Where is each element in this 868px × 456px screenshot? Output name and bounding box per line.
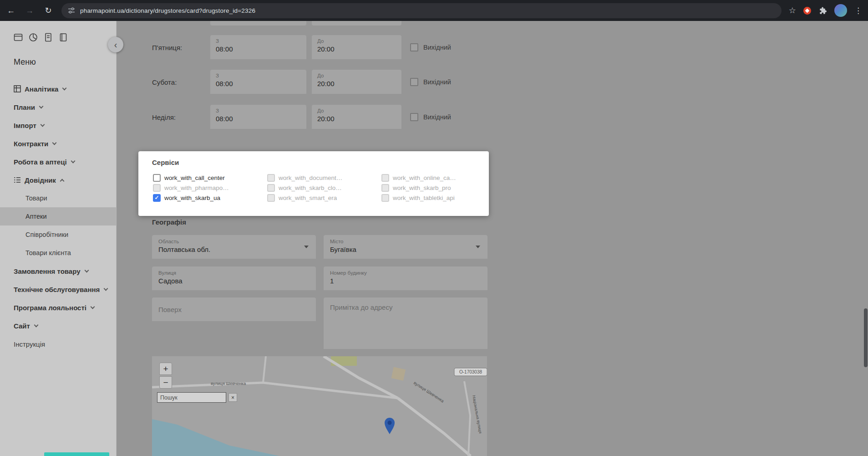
service-label: work_with_skarb_ua — [164, 195, 220, 201]
sidebar: ‹ Меню Аналітика Плани Імпорт Контракти … — [0, 21, 117, 456]
sidebar-subitem-employees[interactable]: Співробітники — [0, 225, 116, 244]
window-icon[interactable] — [14, 33, 23, 42]
checkbox-disabled — [267, 184, 275, 192]
sidebar-item-loyalty[interactable]: Програма лояльності — [0, 298, 116, 317]
service-label: work_with_smart_era — [279, 195, 337, 201]
field-value: 20:00 — [312, 113, 401, 123]
checkbox-unchecked[interactable] — [153, 174, 161, 182]
schedule-row: Субота: З 08:00 До 20:00 Вихідний — [117, 70, 526, 94]
dayoff-control: Вихідний — [410, 113, 451, 121]
menu-title: Меню — [14, 57, 36, 67]
extensions-puzzle-icon[interactable] — [818, 6, 827, 15]
chevron-down-icon — [52, 140, 57, 145]
region-select[interactable]: Область Полтавська обл. — [152, 235, 316, 259]
sidebar-quick-icons — [0, 21, 116, 42]
sidebar-item-label: Сайт — [14, 322, 30, 330]
map-search-close-button[interactable]: × — [228, 393, 237, 402]
time-to-field[interactable]: До 20:00 — [312, 35, 401, 59]
sidebar-item-orders[interactable]: Замовлення товару — [0, 262, 116, 280]
chevron-down-icon — [34, 323, 38, 327]
chevron-left-icon: ‹ — [114, 40, 117, 50]
field-label: Номер будинку — [324, 266, 487, 276]
field-value: 08:00 — [210, 113, 306, 123]
sidebar-item-label: Робота в аптеці — [14, 158, 67, 166]
dayoff-checkbox[interactable] — [410, 78, 418, 86]
service-item[interactable]: work_with_call_center — [153, 174, 267, 182]
book-icon[interactable] — [59, 33, 68, 42]
sidebar-item-import[interactable]: Імпорт — [0, 116, 116, 134]
sidebar-item-site[interactable]: Сайт — [0, 317, 116, 335]
address-note-textarea[interactable]: Примітка до адресу — [324, 297, 487, 349]
field-label: З — [210, 35, 306, 44]
checkbox-checked[interactable]: ✓ — [153, 194, 161, 202]
schedule-row: П'ятниця: З 08:00 До 20:00 Вихідний — [117, 35, 526, 59]
chevron-down-icon — [62, 86, 67, 90]
bookmark-star-icon[interactable]: ☆ — [789, 5, 796, 15]
chevron-up-icon — [60, 179, 64, 183]
sidebar-item-maintenance[interactable]: Технічне обслуговування — [0, 280, 116, 298]
sidebar-item-analytics[interactable]: Аналітика — [0, 80, 116, 98]
dayoff-checkbox[interactable] — [410, 113, 418, 121]
field-label: Вулиця — [152, 266, 316, 276]
sidebar-item-label: Контракти — [14, 140, 48, 148]
sidebar-item-instruction[interactable]: Інструкція — [0, 335, 116, 353]
address-bar[interactable]: pharmapoint.ua/dictionary/drugstores/car… — [61, 3, 782, 18]
service-item: work_with_skarb_clo… — [267, 184, 381, 192]
sidebar-item-pharmacy-work[interactable]: Робота в аптеці — [0, 153, 116, 171]
sidebar-subitem-pharmacies[interactable]: Аптеки — [0, 207, 116, 225]
time-to-field[interactable]: До 20:00 — [312, 105, 401, 129]
field-label: Місто — [324, 235, 487, 244]
time-from-field[interactable]: З 08:00 — [210, 35, 306, 59]
service-item: work_with_smart_era — [267, 194, 381, 202]
sidebar-subitem-client-products[interactable]: Товари клієнта — [0, 244, 116, 262]
field-placeholder: Поверх — [152, 306, 182, 313]
map-tiles: вулиця Шевченка вулиця Шевченка Націонал… — [152, 356, 487, 456]
sidebar-subitem-products[interactable]: Товари — [0, 189, 116, 207]
adblock-extension-icon[interactable] — [803, 7, 811, 15]
street-label: вулиця Шевченка — [211, 381, 246, 386]
field-placeholder: Примітка до адресу — [324, 297, 487, 311]
time-from-field[interactable]: З 08:00 — [210, 70, 306, 94]
service-label: work_with_tabletki_api — [393, 195, 455, 201]
dayoff-checkbox[interactable] — [410, 43, 418, 51]
zoom-in-button[interactable]: + — [159, 363, 172, 375]
services-panel: Сервіси work_with_call_center work_with_… — [138, 151, 489, 216]
time-from-field[interactable]: З 08:00 — [210, 105, 306, 129]
field-value: 20:00 — [312, 44, 401, 53]
zoom-out-button[interactable]: − — [159, 376, 172, 389]
browser-back-button[interactable]: ← — [3, 3, 19, 18]
pie-chart-icon[interactable] — [29, 33, 38, 42]
building-number-input[interactable]: Номер будинку 1 — [324, 266, 487, 290]
checkbox-disabled — [381, 174, 389, 182]
dayoff-label: Вихідний — [423, 44, 451, 51]
street-input[interactable]: Вулиця Садова — [152, 266, 316, 290]
profile-avatar[interactable] — [834, 4, 847, 17]
sidebar-collapse-button[interactable]: ‹ — [108, 37, 123, 52]
sidebar-subitem-label: Товари — [25, 195, 47, 202]
sidebar-item-contracts[interactable]: Контракти — [0, 134, 116, 153]
page-scrollbar-thumb[interactable] — [864, 308, 868, 367]
sidebar-item-dictionary[interactable]: Довідник — [0, 171, 116, 189]
time-to-field[interactable]: До 20:00 — [312, 70, 401, 94]
floor-input[interactable]: Поверх — [152, 297, 316, 321]
day-label: Неділя: — [152, 113, 176, 121]
field-label: З — [210, 105, 306, 113]
sidebar-subitem-label: Співробітники — [25, 231, 68, 238]
sidebar-item-plans[interactable]: Плани — [0, 98, 116, 116]
browser-reload-button[interactable]: ↻ — [41, 3, 56, 18]
service-item: work_with_pharmapo… — [153, 184, 267, 192]
map-search-input[interactable]: Пошук — [157, 392, 226, 403]
city-select[interactable]: Місто Бугаївка — [324, 235, 487, 259]
chevron-down-icon — [40, 122, 45, 127]
site-info-icon[interactable] — [68, 7, 75, 14]
service-item: work_with_tabletki_api — [381, 194, 496, 202]
map-container[interactable]: вулиця Шевченка вулиця Шевченка Націонал… — [152, 356, 487, 456]
schedule-row: Неділя: З 08:00 До 20:00 Вихідний — [117, 105, 526, 129]
field-label: До — [312, 35, 401, 44]
browser-forward-button[interactable]: → — [22, 3, 37, 18]
service-item: work_with_document… — [267, 174, 381, 182]
document-icon[interactable] — [44, 33, 53, 42]
browser-menu-button[interactable]: ⋮ — [854, 6, 862, 15]
service-item[interactable]: ✓ work_with_skarb_ua — [153, 194, 267, 202]
field-value: 08:00 — [210, 78, 306, 87]
